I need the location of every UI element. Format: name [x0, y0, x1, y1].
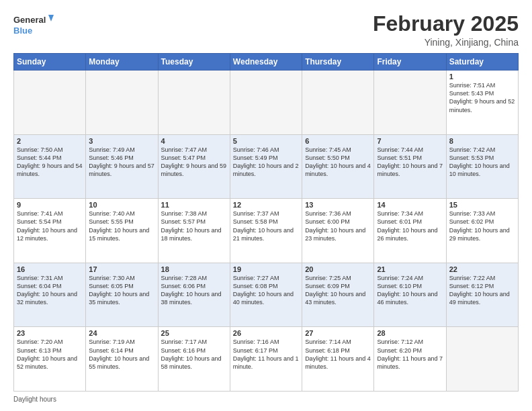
- calendar-cell: [374, 71, 446, 135]
- svg-marker-2: [48, 15, 54, 21]
- calendar-cell: [86, 71, 158, 135]
- day-number: 22: [449, 265, 515, 273]
- day-info: Sunrise: 7:38 AM Sunset: 5:57 PM Dayligh…: [161, 210, 227, 242]
- calendar-cell: [446, 327, 518, 392]
- calendar-cell: 17Sunrise: 7:30 AM Sunset: 6:05 PM Dayli…: [86, 263, 158, 327]
- calendar-cell: [230, 71, 302, 135]
- day-number: 26: [233, 329, 299, 337]
- calendar-cell: 28Sunrise: 7:12 AM Sunset: 6:20 PM Dayli…: [374, 327, 446, 392]
- calendar-cell: 26Sunrise: 7:16 AM Sunset: 6:17 PM Dayli…: [230, 327, 302, 392]
- logo-svg: General Blue: [13, 12, 54, 39]
- day-info: Sunrise: 7:42 AM Sunset: 5:53 PM Dayligh…: [449, 146, 515, 179]
- svg-text:Blue: Blue: [13, 26, 32, 36]
- calendar-cell: 16Sunrise: 7:31 AM Sunset: 6:04 PM Dayli…: [14, 263, 86, 327]
- calendar-cell: 25Sunrise: 7:17 AM Sunset: 6:16 PM Dayli…: [158, 327, 230, 392]
- calendar-cell: 14Sunrise: 7:34 AM Sunset: 6:01 PM Dayli…: [374, 199, 446, 263]
- calendar-cell: 27Sunrise: 7:14 AM Sunset: 6:18 PM Dayli…: [302, 327, 374, 392]
- day-info: Sunrise: 7:22 AM Sunset: 6:12 PM Dayligh…: [449, 274, 515, 307]
- day-info: Sunrise: 7:47 AM Sunset: 5:47 PM Dayligh…: [161, 146, 227, 179]
- calendar-cell: 21Sunrise: 7:24 AM Sunset: 6:10 PM Dayli…: [374, 263, 446, 327]
- title-section: February 2025 Yining, Xinjiang, China: [373, 12, 519, 48]
- day-info: Sunrise: 7:16 AM Sunset: 6:17 PM Dayligh…: [233, 338, 299, 371]
- day-info: Sunrise: 7:34 AM Sunset: 6:01 PM Dayligh…: [377, 210, 443, 242]
- calendar-cell: 20Sunrise: 7:25 AM Sunset: 6:09 PM Dayli…: [302, 263, 374, 327]
- weekday-header-saturday: Saturday: [446, 54, 518, 71]
- day-info: Sunrise: 7:33 AM Sunset: 6:02 PM Dayligh…: [449, 210, 515, 242]
- calendar-header: SundayMondayTuesdayWednesdayThursdayFrid…: [14, 54, 519, 71]
- weekday-header-monday: Monday: [86, 54, 158, 71]
- main-title: February 2025: [373, 12, 519, 36]
- svg-text:General: General: [13, 15, 46, 25]
- calendar-week-1: 2Sunrise: 7:50 AM Sunset: 5:44 PM Daylig…: [14, 134, 519, 199]
- weekday-header-friday: Friday: [374, 54, 446, 71]
- calendar-cell: 18Sunrise: 7:28 AM Sunset: 6:06 PM Dayli…: [158, 263, 230, 327]
- calendar-week-0: 1Sunrise: 7:51 AM Sunset: 5:43 PM Daylig…: [14, 71, 519, 135]
- day-info: Sunrise: 7:31 AM Sunset: 6:04 PM Dayligh…: [17, 274, 83, 307]
- day-info: Sunrise: 7:45 AM Sunset: 5:50 PM Dayligh…: [305, 146, 371, 179]
- logo: General Blue: [13, 12, 54, 39]
- day-number: 2: [17, 137, 83, 145]
- calendar-cell: 5Sunrise: 7:46 AM Sunset: 5:49 PM Daylig…: [230, 134, 302, 199]
- calendar-cell: 15Sunrise: 7:33 AM Sunset: 6:02 PM Dayli…: [446, 199, 518, 263]
- day-number: 20: [305, 265, 371, 273]
- calendar-body: 1Sunrise: 7:51 AM Sunset: 5:43 PM Daylig…: [14, 71, 519, 392]
- day-info: Sunrise: 7:46 AM Sunset: 5:49 PM Dayligh…: [233, 146, 299, 179]
- day-info: Sunrise: 7:50 AM Sunset: 5:44 PM Dayligh…: [17, 146, 83, 179]
- day-number: 12: [233, 201, 299, 209]
- day-number: 5: [233, 137, 299, 145]
- day-info: Sunrise: 7:28 AM Sunset: 6:06 PM Dayligh…: [161, 274, 227, 307]
- header: General Blue February 2025 Yining, Xinji…: [13, 12, 519, 48]
- day-info: Sunrise: 7:17 AM Sunset: 6:16 PM Dayligh…: [161, 338, 227, 371]
- weekday-header-tuesday: Tuesday: [158, 54, 230, 71]
- calendar-cell: [302, 71, 374, 135]
- day-number: 23: [17, 329, 83, 337]
- day-number: 18: [161, 265, 227, 273]
- calendar-cell: 4Sunrise: 7:47 AM Sunset: 5:47 PM Daylig…: [158, 134, 230, 199]
- day-info: Sunrise: 7:36 AM Sunset: 6:00 PM Dayligh…: [305, 210, 371, 242]
- calendar-cell: 8Sunrise: 7:42 AM Sunset: 5:53 PM Daylig…: [446, 134, 518, 199]
- calendar-cell: 12Sunrise: 7:37 AM Sunset: 5:58 PM Dayli…: [230, 199, 302, 263]
- day-info: Sunrise: 7:44 AM Sunset: 5:51 PM Dayligh…: [377, 146, 443, 179]
- calendar-cell: 1Sunrise: 7:51 AM Sunset: 5:43 PM Daylig…: [446, 71, 518, 135]
- day-number: 17: [89, 265, 154, 273]
- day-number: 27: [305, 329, 371, 337]
- day-number: 6: [305, 137, 371, 145]
- calendar-cell: 6Sunrise: 7:45 AM Sunset: 5:50 PM Daylig…: [302, 134, 374, 199]
- day-number: 4: [161, 137, 227, 145]
- calendar-cell: [158, 71, 230, 135]
- page: General Blue February 2025 Yining, Xinji…: [0, 0, 532, 411]
- day-info: Sunrise: 7:51 AM Sunset: 5:43 PM Dayligh…: [449, 81, 515, 114]
- day-number: 9: [17, 201, 83, 209]
- day-number: 19: [233, 265, 299, 273]
- calendar-cell: 22Sunrise: 7:22 AM Sunset: 6:12 PM Dayli…: [446, 263, 518, 327]
- daylight-label: Daylight hours: [13, 396, 56, 403]
- weekday-header-wednesday: Wednesday: [230, 54, 302, 71]
- calendar-cell: [14, 71, 86, 135]
- day-number: 7: [377, 137, 443, 145]
- calendar-cell: 3Sunrise: 7:49 AM Sunset: 5:46 PM Daylig…: [86, 134, 158, 199]
- day-info: Sunrise: 7:12 AM Sunset: 6:20 PM Dayligh…: [377, 338, 443, 371]
- calendar-cell: 9Sunrise: 7:41 AM Sunset: 5:54 PM Daylig…: [14, 199, 86, 263]
- day-info: Sunrise: 7:14 AM Sunset: 6:18 PM Dayligh…: [305, 338, 371, 371]
- day-info: Sunrise: 7:20 AM Sunset: 6:13 PM Dayligh…: [17, 338, 83, 371]
- day-info: Sunrise: 7:30 AM Sunset: 6:05 PM Dayligh…: [89, 274, 154, 307]
- calendar-cell: 10Sunrise: 7:40 AM Sunset: 5:55 PM Dayli…: [86, 199, 158, 263]
- day-number: 3: [89, 137, 154, 145]
- calendar-cell: 7Sunrise: 7:44 AM Sunset: 5:51 PM Daylig…: [374, 134, 446, 199]
- weekday-header-row: SundayMondayTuesdayWednesdayThursdayFrid…: [14, 54, 519, 71]
- day-number: 14: [377, 201, 443, 209]
- calendar-cell: 23Sunrise: 7:20 AM Sunset: 6:13 PM Dayli…: [14, 327, 86, 392]
- day-number: 1: [449, 73, 515, 81]
- day-info: Sunrise: 7:41 AM Sunset: 5:54 PM Dayligh…: [17, 210, 83, 242]
- weekday-header-thursday: Thursday: [302, 54, 374, 71]
- day-info: Sunrise: 7:19 AM Sunset: 6:14 PM Dayligh…: [89, 338, 154, 371]
- day-info: Sunrise: 7:24 AM Sunset: 6:10 PM Dayligh…: [377, 274, 443, 307]
- weekday-header-sunday: Sunday: [14, 54, 86, 71]
- calendar-week-2: 9Sunrise: 7:41 AM Sunset: 5:54 PM Daylig…: [14, 199, 519, 263]
- calendar-week-4: 23Sunrise: 7:20 AM Sunset: 6:13 PM Dayli…: [14, 327, 519, 392]
- day-number: 13: [305, 201, 371, 209]
- day-number: 24: [89, 329, 154, 337]
- footer: Daylight hours: [13, 396, 519, 403]
- day-number: 16: [17, 265, 83, 273]
- calendar-cell: 13Sunrise: 7:36 AM Sunset: 6:00 PM Dayli…: [302, 199, 374, 263]
